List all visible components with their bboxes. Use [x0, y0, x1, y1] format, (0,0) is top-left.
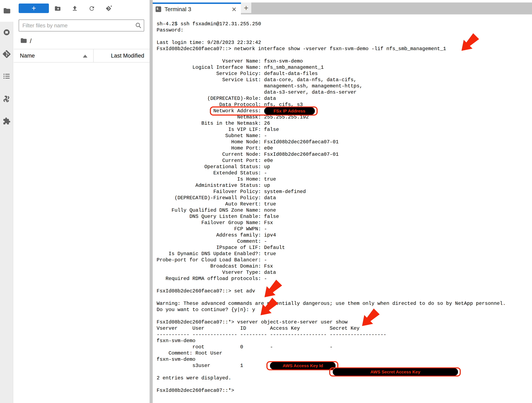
terminal-line: fsxn-svm-demo: [157, 356, 532, 363]
terminal-line: IPspace of LIF: Default: [157, 245, 532, 251]
terminal-line: Failover Group Name: Fsx: [157, 220, 532, 226]
column-divider: [93, 49, 94, 62]
sidebar-item-extensions[interactable]: [0, 115, 13, 128]
file-list-header: Name Last Modified: [14, 49, 150, 63]
terminal-line: Vserver User ID Access Key Secret Key: [157, 325, 532, 332]
terminal-line: [157, 52, 532, 58]
upload-icon: [71, 5, 78, 13]
sort-ascending-icon[interactable]: [83, 55, 87, 57]
terminal-line: Bits in the Netmask: 26: [157, 120, 532, 126]
file-browser-panel: + / Name: [14, 0, 150, 403]
terminal-line: DNS Query Listen Enable: false: [157, 214, 532, 220]
tab-terminal-3[interactable]: $_ Terminal 3 ×: [153, 2, 241, 14]
terminal-panel[interactable]: sh-4.2$ ssh fsxadmin@172.31.255.250Passw…: [153, 14, 532, 394]
panel-separator[interactable]: [150, 0, 153, 403]
terminal-line: [157, 313, 532, 319]
terminal-line: (DEPRECATED)-Role: data: [157, 95, 532, 102]
terminal-line: [157, 282, 532, 288]
refresh-button[interactable]: [87, 5, 96, 13]
annotation-outline: AWS Access Key Id: [266, 361, 338, 370]
terminal-line: sh-4.2$ ssh fsxadmin@172.31.255.250: [157, 21, 532, 27]
terminal-line: Subnet Name: -: [157, 133, 532, 139]
terminal-line: Network Address: FSx IP Address: [157, 108, 532, 114]
stop-circle-icon: [3, 28, 11, 37]
tab-label: Terminal 3: [165, 6, 231, 13]
terminal-line: [157, 381, 532, 387]
folder-icon: [20, 37, 27, 45]
new-folder-button[interactable]: [53, 5, 62, 13]
file-list-empty[interactable]: [14, 63, 150, 403]
terminal-line: ----------- --------------- --------- --…: [157, 332, 532, 338]
terminal-line: Home Node: FsxId08b2dec260faeca07-01: [157, 139, 532, 145]
terminal-line: Vserver Type: data: [157, 269, 532, 276]
terminal-line: Administrative Status: up: [157, 183, 532, 189]
terminal-line: Probe-port for Cloud Load Balancer: -: [157, 257, 532, 263]
terminal-line: FsxId08b2dec260faeca07::> network interf…: [157, 46, 532, 52]
dock-top-gap: [153, 0, 532, 2]
terminal-line: Is Dynamic DNS Update Enabled?: true: [157, 251, 532, 257]
column-header-last-modified[interactable]: Last Modified: [111, 53, 144, 59]
terminal-line: Logical Interface Name: nfs_smb_manageme…: [157, 64, 532, 71]
terminal-line: Service Policy: default-data-files: [157, 71, 532, 77]
terminal-line: FsxId08b2dec260faeca07::*>: [157, 387, 532, 394]
jupyterlab-window: + / Name: [0, 0, 532, 403]
sidebar-item-snippets[interactable]: [0, 93, 13, 106]
sidebar-item-toc[interactable]: [0, 70, 13, 83]
upload-button[interactable]: [70, 5, 79, 13]
terminal-line: FCP WWPN: -: [157, 226, 532, 232]
terminal-line: fsxn-svm-demo: [157, 338, 532, 344]
breadcrumb[interactable]: /: [20, 37, 32, 45]
knot-icon: [3, 95, 11, 104]
terminal-line: FsxId08b2dec260faeca07::> set adv: [157, 288, 532, 294]
sidebar-item-git[interactable]: [0, 48, 13, 61]
refresh-icon: [89, 5, 95, 13]
close-tab-button[interactable]: ×: [231, 6, 237, 13]
redaction-pill: AWS Secret Access Key: [333, 368, 458, 376]
terminal-line: Is VIP LIF: false: [157, 126, 532, 133]
terminal-icon: $_: [156, 6, 161, 12]
terminal-line: Failover Policy: system-defined: [157, 189, 532, 195]
column-header-name[interactable]: Name: [20, 53, 35, 59]
terminal-line: Current Node: FsxId08b2dec260faeca07-01: [157, 151, 532, 157]
main-dock-panel: $_ Terminal 3 × + sh-4.2$ ssh fsxadmin@1…: [153, 0, 532, 403]
file-browser-toolbar: +: [14, 0, 150, 18]
git-clone-button[interactable]: [104, 5, 114, 13]
new-launcher-button[interactable]: +: [19, 4, 49, 13]
terminal-line: Service List: data-core, data-nfs, data-…: [157, 77, 532, 83]
terminal-line: Required RDMA offload protocols: -: [157, 276, 532, 282]
terminal-line: Do you want to continue? {y|n}: y: [157, 307, 532, 313]
terminal-line: FsxId08b2dec260faeca07::*> vserver objec…: [157, 319, 532, 325]
sidebar-item-running[interactable]: [0, 26, 13, 39]
terminal-line: root 0 - -: [157, 344, 532, 350]
terminal-line: Vserver Name: fsxn-svm-demo: [157, 58, 532, 64]
annotation-outline: AWS Secret Access Key: [329, 367, 461, 377]
terminal-line: Extended Status: -: [157, 170, 532, 176]
terminal-line: management-ssh, management-https,: [157, 83, 532, 89]
terminal-line: Broadcast Domain: Fsx: [157, 263, 532, 269]
add-tab-button[interactable]: +: [241, 2, 251, 13]
tab-bar: $_ Terminal 3 × +: [153, 2, 532, 14]
git-icon: [3, 50, 11, 59]
filter-files-container: [19, 19, 144, 31]
terminal-line: AWS Secret Access Key: [157, 369, 532, 375]
terminal-line: Auto Revert: true: [157, 201, 532, 207]
terminal-line: data-s3-server, data-dns-server: [157, 89, 532, 95]
new-folder-icon: [54, 5, 61, 13]
puzzle-icon: [3, 117, 11, 126]
activity-bar: [0, 0, 13, 403]
terminal-line: (DEPRECATED)-Firewall Policy: data: [157, 195, 532, 201]
terminal-line: Is Home: true: [157, 176, 532, 183]
annotation-outline: Network Address: FSx IP Address: [210, 107, 317, 116]
terminal-line: [157, 294, 532, 301]
terminal-line: Password:: [157, 27, 532, 33]
tab-bar-filler: [251, 2, 532, 14]
terminal-line: Fully Qualified DNS Zone Name: none: [157, 207, 532, 214]
filter-files-input[interactable]: [19, 19, 144, 31]
git-clone-icon: [106, 5, 112, 13]
search-icon: [135, 22, 142, 29]
redaction-pill: FSx IP Address: [264, 107, 315, 115]
breadcrumb-root[interactable]: /: [30, 38, 32, 44]
terminal-output[interactable]: sh-4.2$ ssh fsxadmin@172.31.255.250Passw…: [157, 21, 532, 394]
sidebar-item-file-browser[interactable]: [0, 5, 13, 18]
folder-icon: [3, 7, 11, 16]
